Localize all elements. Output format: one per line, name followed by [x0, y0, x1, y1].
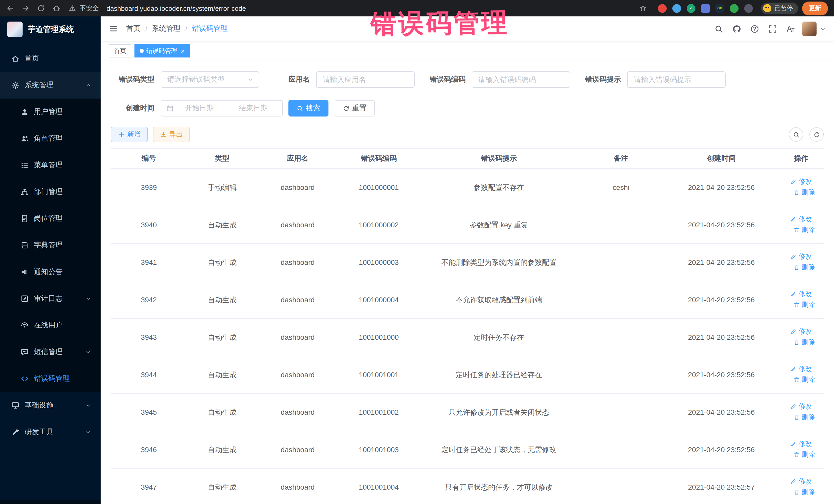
range-separator: -	[225, 104, 227, 112]
sidebar-item-user-management[interactable]: 用户管理	[0, 98, 101, 125]
edit-link[interactable]: 修改	[790, 401, 812, 412]
edit-link[interactable]: 修改	[790, 289, 812, 299]
browser-nav	[6, 4, 61, 12]
delete-link[interactable]: 删除	[793, 337, 815, 348]
sidebar-item-infrastructure[interactable]: 基础设施	[0, 392, 101, 419]
close-icon[interactable]: ×	[181, 47, 184, 54]
sidebar-item-system-management[interactable]: 系统管理	[0, 72, 101, 98]
forward-button[interactable]	[22, 4, 30, 12]
breadcrumb-item[interactable]: 错误码管理	[192, 24, 228, 34]
sidebar-item-menu-management[interactable]: 菜单管理	[0, 152, 101, 179]
sidebar-item-dev-tools[interactable]: 研发工具	[0, 419, 101, 445]
delete-link[interactable]: 删除	[793, 375, 815, 385]
breadcrumb-item[interactable]: 系统管理	[152, 24, 181, 34]
filter-select[interactable]: 请选择错误码类型	[161, 71, 259, 88]
date-range-picker[interactable]: 开始日期 - 结束日期	[161, 100, 283, 116]
delete-link[interactable]: 删除	[793, 187, 815, 198]
tab-error-code[interactable]: 错误码管理×	[134, 44, 190, 58]
hamburger-icon	[109, 24, 118, 34]
audit-icon	[21, 294, 29, 303]
paused-label: 已暂停	[774, 4, 793, 13]
search-button[interactable]	[715, 24, 723, 33]
sidebar-item-error-code[interactable]: 错误码管理	[0, 366, 101, 392]
blue-drop-extension-icon[interactable]	[672, 4, 681, 13]
sidebar-item-label: 系统管理	[25, 81, 85, 90]
sidebar-item-online-user[interactable]: 在线用户	[0, 312, 101, 339]
sidebar-item-audit-log[interactable]: 审计日志	[0, 285, 101, 312]
sidebar-item-role-management[interactable]: 角色管理	[0, 125, 101, 152]
filter-input[interactable]	[316, 71, 415, 88]
edit-link[interactable]: 修改	[790, 364, 812, 374]
home-button[interactable]	[52, 4, 61, 12]
warning-icon	[69, 5, 76, 12]
reset-button[interactable]: 重置	[335, 100, 375, 116]
search-button[interactable]: 搜索	[288, 100, 328, 116]
cell-time: 2021-04-20 23:52:56	[664, 356, 778, 393]
url-text[interactable]: dashboard.yudao.iocoder.cn/system/error-…	[107, 4, 246, 12]
edit-link[interactable]: 修改	[790, 251, 812, 262]
export-button[interactable]: 导出	[153, 127, 190, 142]
edit-link[interactable]: 修改	[790, 214, 812, 224]
github-button[interactable]	[732, 24, 741, 33]
refresh-table-button[interactable]	[809, 127, 824, 141]
sidebar-item-label: 首页	[25, 54, 91, 63]
sidebar-item-label: 审计日志	[34, 294, 85, 303]
github-icon	[732, 24, 741, 33]
delete-link[interactable]: 删除	[793, 487, 815, 497]
header-icons	[715, 24, 795, 33]
green-check-extension-icon[interactable]: ✓	[687, 4, 696, 13]
sidebar-item-notice[interactable]: 通知公告	[0, 259, 101, 285]
sidebar-item-label: 研发工具	[25, 428, 85, 437]
add-button[interactable]: 新增	[111, 127, 148, 142]
delete-link[interactable]: 删除	[793, 300, 815, 310]
sidebar-item-dict-management[interactable]: 字典管理	[0, 232, 101, 259]
on-badge-extension-icon[interactable]: on	[716, 4, 724, 13]
font-size-button[interactable]	[786, 24, 795, 33]
workspace: 芋道管理系统 首页系统管理用户管理角色管理菜单管理部门管理岗位管理字典管理通知公…	[0, 17, 834, 504]
address-bar[interactable]: 不安全 dashboard.yudao.iocoder.cn/system/er…	[69, 4, 650, 13]
online-icon	[21, 321, 29, 329]
reload-button[interactable]	[37, 4, 45, 12]
dark-octopus-extension-icon[interactable]	[744, 4, 753, 13]
sidebar-item-dept-management[interactable]: 部门管理	[0, 179, 101, 205]
edit-link[interactable]: 修改	[790, 476, 812, 486]
people-grid-extension-icon[interactable]	[701, 4, 710, 13]
trash-icon	[793, 414, 799, 420]
edit-link[interactable]: 修改	[790, 177, 812, 187]
delete-link[interactable]: 删除	[793, 412, 815, 422]
sidebar-item-home[interactable]: 首页	[0, 45, 101, 72]
cell-type: 自动生成	[187, 393, 258, 431]
update-button[interactable]: 更新	[802, 1, 828, 15]
red-circle-extension-icon[interactable]	[658, 4, 667, 13]
cell-app: dashboard	[258, 468, 338, 504]
filter-input[interactable]	[627, 71, 726, 88]
table-row: 3945自动生成dashboard1001001002只允许修改为开启或者关闭状…	[111, 393, 824, 431]
fullscreen-button[interactable]	[768, 24, 777, 33]
back-button[interactable]	[6, 4, 14, 12]
cell-remark	[578, 319, 664, 356]
filter-input[interactable]	[471, 71, 570, 88]
delete-link[interactable]: 删除	[793, 450, 815, 460]
delete-link[interactable]: 删除	[793, 225, 815, 235]
delete-link[interactable]: 删除	[793, 262, 815, 272]
refresh-icon	[343, 105, 350, 112]
breadcrumb-item[interactable]: 首页	[126, 24, 140, 34]
edit-link[interactable]: 修改	[790, 439, 812, 449]
profile-paused-chip[interactable]: 已暂停	[761, 2, 798, 14]
green-leaf-extension-icon[interactable]	[730, 4, 739, 13]
sidebar-item-post-management[interactable]: 岗位管理	[0, 205, 101, 232]
cell-actions: 修改删除	[778, 243, 824, 281]
user-avatar[interactable]	[802, 22, 826, 36]
tree-icon	[21, 188, 29, 196]
edit-icon	[790, 366, 796, 372]
table-row: 3942自动生成dashboard1001000004不允许获取敏感配置到前端2…	[111, 281, 824, 319]
logo[interactable]: 芋道管理系统	[0, 17, 101, 42]
edit-link[interactable]: 修改	[790, 326, 812, 337]
hamburger-icon[interactable]	[109, 24, 118, 34]
cell-app: dashboard	[258, 281, 338, 319]
bookmark-star-icon[interactable]	[639, 5, 647, 12]
question-button[interactable]	[750, 24, 759, 33]
sidebar-item-sms-management[interactable]: 短信管理	[0, 339, 101, 366]
show-search-button[interactable]	[789, 127, 803, 141]
tab-home[interactable]: 首页	[109, 44, 131, 58]
